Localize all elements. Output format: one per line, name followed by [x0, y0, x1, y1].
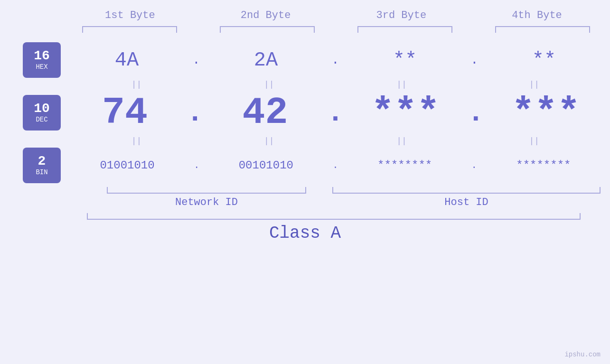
dec-base-num: 10 — [34, 102, 50, 116]
eq2-4: || — [487, 136, 582, 146]
bin-badge: 2 BIN — [23, 148, 61, 183]
hex-dot2: . — [331, 53, 339, 67]
bin-dot3: . — [471, 160, 477, 171]
hex-byte2: 2A — [218, 49, 313, 72]
bin-dot1: . — [194, 160, 199, 171]
bin-dot2: . — [332, 160, 338, 171]
equals-row-2: || || || || — [0, 134, 610, 148]
watermark: ipshu.com — [564, 351, 601, 358]
class-bracket — [87, 213, 581, 220]
byte3-header: 3rd Byte — [347, 9, 456, 21]
dec-dot3: . — [467, 97, 484, 129]
bin-byte1: 01001010 — [80, 159, 175, 172]
bin-base-num: 2 — [38, 154, 46, 169]
hex-badge: 16 HEX — [23, 42, 61, 78]
eq1-4: || — [487, 80, 582, 89]
bin-byte3: ******** — [357, 159, 452, 172]
eq2-3: || — [354, 136, 449, 146]
dec-base-label: DEC — [36, 116, 47, 123]
hex-byte1: 4A — [79, 49, 174, 72]
byte4-top-bracket — [495, 26, 590, 33]
equals-row-1: || || || || — [0, 78, 610, 91]
hex-base-label: HEX — [36, 64, 47, 71]
hex-byte3: ** — [357, 49, 452, 72]
byte4-header: 4th Byte — [482, 9, 591, 21]
class-label: Class A — [269, 224, 341, 243]
eq2-1: || — [89, 136, 184, 146]
hex-base-num: 16 — [34, 49, 50, 64]
eq2-2: || — [222, 136, 317, 146]
dec-byte4: *** — [498, 91, 593, 134]
hex-byte4: ** — [497, 49, 591, 72]
dec-dot1: . — [187, 97, 204, 129]
eq1-1: || — [89, 80, 184, 89]
dec-badge: 10 DEC — [23, 95, 61, 131]
dec-dot2: . — [327, 97, 344, 129]
eq1-3: || — [354, 80, 449, 89]
byte1-top-bracket — [82, 26, 177, 33]
dec-byte1: 74 — [77, 91, 172, 134]
hex-dot3: . — [470, 53, 479, 67]
bin-byte2: 00101010 — [218, 159, 313, 172]
class-section: Class A — [0, 213, 610, 243]
bin-byte4: ******** — [496, 159, 591, 172]
dec-byte3: *** — [358, 91, 453, 134]
byte2-top-bracket — [220, 26, 315, 33]
bin-base-label: BIN — [36, 169, 47, 176]
bin-row: 2 BIN 01001010 . 00101010 . ******** . *… — [0, 148, 610, 183]
dec-byte2: 42 — [218, 91, 313, 134]
byte2-header: 2nd Byte — [211, 9, 320, 21]
hex-row: 16 HEX 4A . 2A . ** . ** — [0, 42, 610, 78]
host-id-label: Host ID — [444, 196, 488, 208]
byte1-header: 1st Byte — [75, 9, 185, 21]
hex-dot1: . — [192, 53, 200, 67]
network-id-label: Network ID — [175, 196, 238, 208]
eq1-2: || — [222, 80, 317, 89]
dec-row: 10 DEC 74 . 42 . *** . *** — [0, 91, 610, 134]
byte3-top-bracket — [357, 26, 452, 33]
